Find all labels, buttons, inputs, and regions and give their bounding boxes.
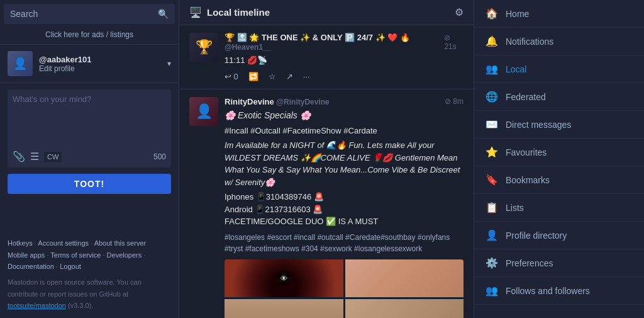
boost-button[interactable]: 🔁	[248, 72, 258, 81]
sidebar-item-bookmarks[interactable]: 🔖Bookmarks	[474, 166, 644, 194]
search-input[interactable]	[10, 9, 158, 19]
main-timeline: 🖥️ Local timeline ⚙ 🏆 🏆 🔝 🌟 THE ONE ✨ & …	[179, 0, 474, 318]
sidebar-item-follows-and-followers[interactable]: 👥Follows and followers	[474, 277, 644, 305]
profile-section[interactable]: 👤 @aabaker101 Edit profile ▾	[0, 45, 179, 83]
favourites-icon: ⭐	[486, 146, 498, 158]
lists-icon: 📋	[486, 202, 498, 213]
reply-button[interactable]: ↩ 0	[225, 72, 238, 81]
timeline-header: 🖥️ Local timeline ⚙	[179, 0, 474, 25]
home-icon: 🏠	[486, 8, 498, 20]
direct-messages-icon: ✉️	[486, 118, 498, 130]
post-time: ⊘ 21s	[444, 33, 464, 51]
sidebar-item-favourites[interactable]: ⭐Favourites	[474, 139, 644, 166]
media-thumb[interactable]	[225, 299, 343, 319]
character-counter: 500	[153, 152, 166, 161]
compose-area: 📎 ☰ CW 500	[8, 89, 171, 168]
documentation-link[interactable]: Documentation	[8, 263, 54, 270]
list-icon[interactable]: ☰	[30, 150, 39, 162]
hotkeys-link[interactable]: Hotkeys	[8, 239, 33, 247]
toot-button[interactable]: TOOT!	[8, 174, 171, 194]
profile-info: @aabaker101 Edit profile	[39, 55, 167, 73]
avatar: 👤	[189, 97, 218, 126]
sidebar-item-label: Bookmarks	[506, 175, 550, 185]
logout-link[interactable]: Logout	[60, 263, 81, 270]
search-icon: 🔍	[158, 9, 169, 19]
mobile-apps-link[interactable]: Mobile apps	[8, 251, 45, 259]
post-actions: ↩ 0 🔁 ☆ ↗ ···	[225, 72, 464, 81]
sidebar-item-home[interactable]: 🏠Home	[474, 0, 644, 28]
notifications-icon: 🔔	[486, 35, 498, 47]
follows-and-followers-icon: 👥	[486, 285, 498, 297]
table-row: 👤 RinityDevine @RinityDevine ⊘ 8m 🌸 Exot…	[179, 89, 474, 319]
post-body: 🌸 Exotic Specials 🌸 #Incall #Outcall #Fa…	[225, 109, 464, 254]
sidebar-item-label: Home	[506, 9, 529, 19]
timeline-settings-icon[interactable]: ⚙	[455, 6, 464, 18]
sidebar-item-lists[interactable]: 📋Lists	[474, 194, 644, 222]
about-server-link[interactable]: About this server	[94, 239, 147, 247]
sidebar-item-label: Direct messages	[506, 120, 571, 130]
terms-link[interactable]: Terms of service	[50, 251, 101, 259]
search-bar[interactable]: 🔍	[4, 4, 175, 24]
attachment-icon[interactable]: 📎	[13, 150, 25, 162]
post-header: 🏆 🔝 🌟 THE ONE ✨ & ONLY 🅿️ 24/7 ✨ ❤️ 🔥 @H…	[225, 33, 464, 52]
sidebar-item-federated[interactable]: 🌐Federated	[474, 83, 644, 111]
favourite-button[interactable]: ☆	[269, 72, 276, 81]
sidebar-item-label: Favourites	[506, 147, 547, 157]
share-button[interactable]: ↗	[286, 72, 293, 81]
sidebar-item-label: Follows and followers	[506, 286, 590, 296]
post-content: RinityDevine @RinityDevine ⊘ 8m 🌸 Exotic…	[225, 97, 464, 319]
compose-input[interactable]	[13, 94, 166, 145]
post-body: 11:11 💋📡	[225, 54, 464, 67]
sidebar-item-label: Notifications	[506, 37, 553, 47]
profile-username: @aabaker101	[39, 55, 167, 64]
local-icon: 👥	[486, 63, 498, 75]
developers-link[interactable]: Developers	[107, 251, 142, 259]
media-thumb[interactable]	[345, 259, 464, 297]
profile-directory-icon: 👤	[486, 229, 498, 241]
edit-profile-link[interactable]: Edit profile	[39, 64, 167, 73]
cw-button[interactable]: CW	[44, 152, 62, 162]
preferences-icon: ⚙️	[486, 257, 498, 269]
version-text: (v3.3.0).	[68, 302, 93, 309]
media-thumb[interactable]	[345, 299, 464, 319]
sidebar-item-label: Federated	[506, 92, 546, 102]
sidebar-footer: Hotkeys · Account settings · About this …	[0, 231, 179, 318]
sidebar-item-local[interactable]: 👥Local	[474, 55, 644, 83]
sidebar-item-label: Lists	[506, 203, 524, 213]
post-handle: @Heaven1__	[225, 43, 271, 52]
sidebar-item-label: Preferences	[506, 258, 553, 268]
federated-icon: 🌐	[486, 91, 498, 103]
mastodon-text: Mastodon is open source software. You ca…	[8, 278, 142, 298]
ads-link[interactable]: Click here for ads / listings	[0, 28, 179, 45]
compose-toolbar: 📎 ☰ CW 500	[13, 150, 166, 162]
avatar: 🏆	[189, 33, 218, 62]
post-time: ⊘ 8m	[445, 97, 464, 106]
table-row: 🏆 🏆 🔝 🌟 THE ONE ✨ & ONLY 🅿️ 24/7 ✨ ❤️ 🔥 …	[179, 25, 474, 89]
timeline-title: 🖥️ Local timeline	[189, 6, 270, 18]
sidebar-item-preferences[interactable]: ⚙️Preferences	[474, 249, 644, 277]
post-content: 🏆 🔝 🌟 THE ONE ✨ & ONLY 🅿️ 24/7 ✨ ❤️ 🔥 @H…	[225, 33, 464, 81]
media-thumb[interactable]: 👁	[225, 259, 343, 297]
local-timeline-icon: 🖥️	[189, 6, 202, 18]
avatar: 👤	[8, 51, 33, 76]
post-username: RinityDevine @RinityDevine	[225, 97, 330, 106]
compose-tools: 📎 ☰ CW	[13, 150, 62, 162]
sidebar-item-profile-directory[interactable]: 👤Profile directory	[474, 222, 644, 249]
sidebar-item-direct-messages[interactable]: ✉️Direct messages	[474, 111, 644, 139]
repo-link[interactable]: tootsuite/mastodon	[8, 302, 66, 309]
timeline-title-text: Local timeline	[207, 7, 270, 18]
timeline-body: 🏆 🏆 🔝 🌟 THE ONE ✨ & ONLY 🅿️ 24/7 ✨ ❤️ 🔥 …	[179, 25, 474, 318]
chevron-down-icon[interactable]: ▾	[167, 59, 171, 68]
post-handle: @RinityDevine	[276, 98, 329, 106]
left-sidebar: 🔍 Click here for ads / listings 👤 @aabak…	[0, 0, 179, 318]
post-media-grid: 👁	[225, 259, 464, 319]
more-button[interactable]: ···	[303, 72, 310, 81]
account-settings-link[interactable]: Account settings	[38, 239, 89, 247]
post-username: 🏆 🔝 🌟 THE ONE ✨ & ONLY 🅿️ 24/7 ✨ ❤️ 🔥 @H…	[225, 33, 444, 52]
sidebar-item-label: Profile directory	[506, 230, 567, 241]
sidebar-item-notifications[interactable]: 🔔Notifications	[474, 28, 644, 55]
bookmarks-icon: 🔖	[486, 174, 498, 186]
sidebar-item-label: Local	[506, 64, 526, 74]
eye-icon: 👁	[276, 271, 291, 286]
post-header: RinityDevine @RinityDevine ⊘ 8m	[225, 97, 464, 106]
